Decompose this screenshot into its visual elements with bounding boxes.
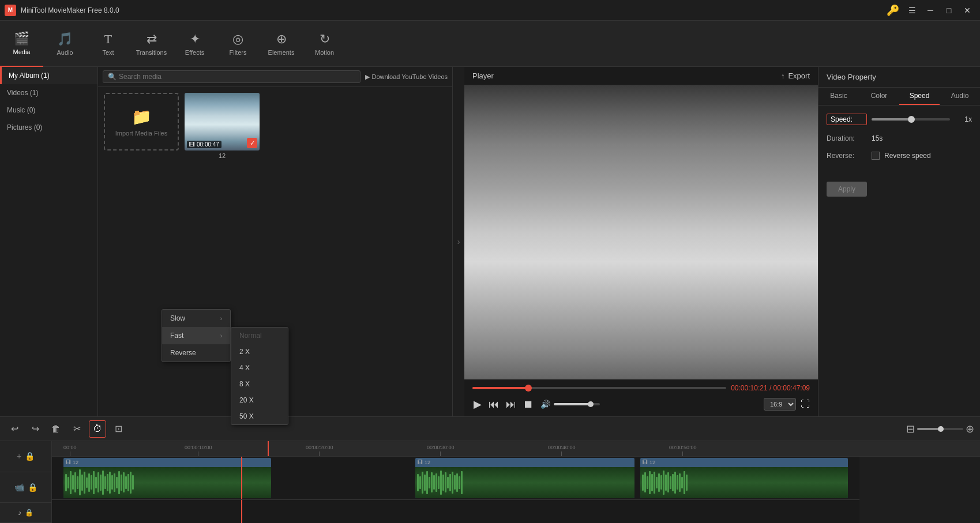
- clip-waveform-3: [640, 467, 848, 498]
- video-preview: [464, 85, 818, 379]
- wb: [672, 474, 674, 491]
- video-clip-2[interactable]: 🎞 12: [415, 458, 634, 498]
- wb: [651, 474, 653, 491]
- submenu-50x[interactable]: 50 X: [231, 408, 288, 424]
- toolbar: 🎬 Media 🎵 Audio T Text ⇄ Transitions ✦ E…: [0, 21, 980, 67]
- ctx-slow[interactable]: Slow ›: [162, 310, 230, 327]
- volume-bar[interactable]: [554, 403, 600, 405]
- import-media-item[interactable]: 📁 Import Media Files: [104, 93, 179, 150]
- sidebar-item-music[interactable]: Music (0): [0, 101, 97, 119]
- album-header: My Album (1): [0, 67, 97, 84]
- wb: [91, 475, 92, 490]
- tab-audio[interactable]: Audio: [940, 88, 980, 105]
- export-button[interactable]: ↑ Export: [781, 72, 810, 80]
- reverse-checkbox[interactable]: [872, 152, 880, 160]
- toolbar-elements[interactable]: ⊕ Elements: [260, 21, 303, 67]
- zoom-bar[interactable]: [917, 428, 963, 430]
- toolbar-motion[interactable]: ↻ Motion: [303, 21, 346, 67]
- delete-button[interactable]: 🗑: [47, 420, 65, 438]
- prev-frame-button[interactable]: ⏮: [487, 397, 500, 412]
- speed-slider[interactable]: [872, 118, 950, 121]
- speed-label: Speed:: [827, 114, 867, 125]
- media-icon: 🎬: [14, 31, 29, 46]
- lock-track-icon[interactable]: 🔒: [25, 451, 35, 461]
- aspect-ratio-select[interactable]: 16:9 9:16 1:1 4:3: [764, 398, 796, 411]
- search-input[interactable]: [119, 73, 355, 81]
- minimize-button[interactable]: ─: [922, 2, 938, 18]
- export-label: Export: [788, 72, 810, 80]
- wb: [132, 475, 134, 490]
- toolbar-text[interactable]: T Text: [87, 21, 130, 67]
- toolbar-filters[interactable]: ◎ Filters: [216, 21, 260, 67]
- toolbar-media[interactable]: 🎬 Media: [0, 21, 43, 67]
- toolbar-effects[interactable]: ✦ Effects: [173, 21, 216, 67]
- tab-speed[interactable]: Speed: [899, 88, 940, 105]
- toolbar-audio[interactable]: 🎵 Audio: [43, 21, 87, 67]
- property-tabs: Basic Color Speed Audio: [818, 88, 980, 106]
- crop-button[interactable]: ⊡: [110, 420, 127, 438]
- player-panel: Player ↑ Export 00:00:10:21 / 00:00:47:0…: [464, 67, 818, 416]
- wb: [79, 469, 81, 495]
- wb: [424, 475, 426, 491]
- ruler-mark-0: 00:00: [63, 445, 77, 456]
- video-clip-3[interactable]: 🎞 12: [640, 458, 848, 498]
- audio-lock-icon[interactable]: 🔒: [25, 509, 33, 517]
- video-lock-icon[interactable]: 🔒: [28, 483, 37, 492]
- submenu-4x[interactable]: 4 X: [231, 360, 288, 376]
- volume-icon-button[interactable]: 🔊: [539, 398, 551, 410]
- music-icon: ♪: [18, 509, 21, 517]
- maximize-button[interactable]: □: [941, 2, 957, 18]
- duration-value: 15s: [872, 134, 883, 142]
- zoom-in-button[interactable]: ⊟: [906, 423, 915, 435]
- toolbar-motion-label: Motion: [315, 49, 334, 56]
- clip-label-1: 12: [73, 460, 78, 465]
- timeline-tracks: + 🔒 📹 🔒 ♪ 🔒 00:00 00:00:10:00: [0, 441, 980, 523]
- ruler-mark-4: 00:00:40:00: [548, 445, 576, 456]
- wb: [81, 475, 83, 491]
- fullscreen-button[interactable]: ⛶: [801, 399, 810, 409]
- sidebar-item-pictures[interactable]: Pictures (0): [0, 119, 97, 136]
- scissors-button[interactable]: ✂: [68, 420, 85, 438]
- wb: [684, 471, 685, 494]
- speed-button[interactable]: ⏱: [89, 420, 106, 438]
- submenu-20x[interactable]: 20 X: [231, 392, 288, 408]
- toolbar-transitions[interactable]: ⇄ Transitions: [130, 21, 173, 67]
- media-thumbnail[interactable]: 🎞 00:00:47 ✓ 12: [185, 93, 260, 159]
- wb: [665, 475, 667, 491]
- zoom-out-button[interactable]: ⊕: [966, 423, 974, 435]
- ctx-fast[interactable]: Fast ›: [162, 327, 230, 344]
- redo-button[interactable]: ↪: [27, 420, 44, 438]
- total-time: 00:00:47:09: [774, 384, 810, 392]
- wb: [102, 471, 104, 495]
- submenu-8x[interactable]: 8 X: [231, 376, 288, 392]
- audio-icon: 🎵: [57, 32, 73, 47]
- close-button[interactable]: ✕: [959, 2, 975, 18]
- wb: [456, 473, 458, 492]
- sidebar-item-videos[interactable]: Videos (1): [0, 84, 97, 101]
- wb: [74, 472, 76, 492]
- speed-submenu: Normal 2 X 4 X 8 X 20 X 50 X: [231, 327, 288, 425]
- ruler-tick-5: [682, 451, 683, 456]
- undo-button[interactable]: ↩: [6, 420, 23, 438]
- clip-header-1: 🎞 12: [63, 458, 271, 467]
- tab-basic[interactable]: Basic: [818, 88, 859, 105]
- ctx-reverse[interactable]: Reverse: [162, 344, 230, 362]
- video-clip-1[interactable]: 🎞 12: [63, 458, 271, 498]
- stop-button[interactable]: ⏹: [522, 397, 535, 412]
- search-input-wrap[interactable]: 🔍: [103, 70, 361, 83]
- timeline-area: ↩ ↪ 🗑 ✂ ⏱ ⊡ ⊟ ⊕ + 🔒 📹 🔒 ♪: [0, 416, 980, 523]
- ruler-mark-5: 00:00:50:00: [669, 445, 697, 456]
- progress-bar[interactable]: [472, 387, 726, 389]
- play-button[interactable]: ▶: [472, 397, 483, 412]
- add-track-icon[interactable]: +: [17, 451, 21, 461]
- apply-button[interactable]: Apply: [827, 182, 867, 197]
- tab-color[interactable]: Color: [859, 88, 899, 105]
- clip-label-2: 12: [425, 460, 430, 465]
- expand-panel-arrow[interactable]: ›: [453, 67, 464, 416]
- next-frame-button[interactable]: ⏭: [505, 397, 517, 412]
- wb: [461, 471, 463, 494]
- menu-button[interactable]: ☰: [904, 2, 920, 18]
- download-youtube-button[interactable]: ▶ Download YouTube Videos: [365, 73, 448, 81]
- volume-thumb: [588, 401, 594, 407]
- submenu-2x[interactable]: 2 X: [231, 344, 288, 360]
